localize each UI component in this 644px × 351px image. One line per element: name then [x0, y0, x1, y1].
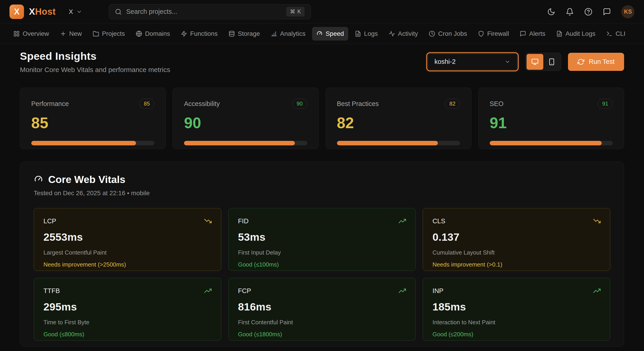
avatar[interactable]: KS [621, 5, 634, 18]
workspace-label: X [69, 8, 73, 16]
nav-label: Logs [364, 30, 378, 37]
metric-value: 53ms [238, 231, 406, 243]
nav-item-activity[interactable]: Activity [384, 27, 422, 41]
zap-icon [181, 31, 187, 37]
brand-name: XHost [29, 7, 56, 17]
logo-letter: X [14, 7, 20, 17]
nav-item-alerts[interactable]: Alerts [516, 27, 550, 41]
score-card-performance: Performance85 85 [20, 88, 166, 149]
metric-abbr: INP [432, 287, 443, 295]
bell-icon[interactable] [566, 8, 574, 16]
brand-prefix: X [29, 7, 35, 17]
nav-item-new[interactable]: New [56, 27, 86, 41]
nav-label: Projects [102, 30, 125, 37]
score-card-best-practices: Best Practices82 82 [326, 88, 471, 149]
nav-item-logs[interactable]: Logs [350, 27, 382, 41]
score-label: SEO [490, 100, 504, 108]
metric-card-fcp: FCP 816ms First Contentful Paint Good (≤… [228, 278, 416, 340]
metric-name: First Input Delay [238, 249, 406, 256]
moon-icon[interactable] [547, 8, 555, 16]
score-label: Best Practices [337, 100, 379, 108]
main-nav: Overview New Projects Domains Functions … [0, 24, 644, 44]
device-toggle [526, 53, 561, 71]
metric-status: Needs improvement (>0.1) [432, 261, 600, 268]
nav-label: Speed [326, 30, 344, 37]
bar-chart-icon [271, 31, 277, 37]
nav-item-speed[interactable]: Speed [312, 27, 348, 41]
globe-icon [136, 31, 142, 37]
avatar-initials: KS [624, 8, 632, 15]
terminal-icon [606, 31, 612, 37]
score-label: Performance [31, 100, 69, 108]
metric-status: Good (≤800ms) [44, 331, 212, 338]
page-title: Speed Insights [20, 50, 170, 62]
nav-label: Firewall [487, 30, 509, 37]
nav-item-analytics[interactable]: Analytics [266, 27, 310, 41]
project-select[interactable]: koshi-2 [428, 54, 517, 70]
trending-up-icon [399, 287, 406, 294]
core-web-vitals-panel: Core Web Vitals Tested on Dec 26, 2025 a… [20, 162, 624, 347]
top-actions: KS [547, 5, 634, 18]
file-text-icon [355, 31, 361, 37]
nav-item-cron-jobs[interactable]: Cron Jobs [424, 27, 471, 41]
metric-value: 295ms [44, 300, 212, 313]
metric-card-lcp: LCP 2553ms Largest Contentful Paint Need… [34, 208, 221, 271]
tested-line: Tested on Dec 26, 2025 at 22:16 • mobile [34, 190, 610, 197]
score-card-accessibility: Accessibility90 90 [173, 88, 318, 149]
metric-name: Time to First Byte [44, 319, 212, 326]
chevron-down-icon [76, 9, 82, 15]
nav-label: CLI [616, 30, 626, 37]
smartphone-icon [548, 58, 555, 66]
folder-icon [93, 31, 99, 37]
trending-up-icon [399, 217, 406, 225]
metric-abbr: FID [238, 217, 249, 225]
shortcut-key: K [297, 9, 301, 15]
grid-icon [13, 31, 20, 37]
nav-item-audit-logs[interactable]: Audit Logs [552, 27, 600, 41]
help-icon[interactable] [584, 8, 592, 16]
nav-item-domains[interactable]: Domains [132, 27, 174, 41]
search-input[interactable] [126, 8, 282, 16]
nav-item-projects[interactable]: Projects [88, 27, 129, 41]
nav-label: Functions [190, 30, 218, 37]
metric-card-fid: FID 53ms First Input Delay Good (≤100ms) [228, 208, 416, 271]
run-test-button[interactable]: Run Test [568, 53, 624, 71]
score-value: 82 [337, 115, 460, 130]
chat-icon[interactable] [603, 8, 611, 16]
nav-item-storage[interactable]: Storage [224, 27, 264, 41]
search-bar[interactable]: ⌘K [109, 4, 311, 19]
vitals-head: Core Web Vitals [34, 174, 610, 185]
top-bar: X XHost X ⌘K KS [0, 0, 644, 24]
nav-label: Alerts [529, 30, 545, 37]
nav-label: New [69, 30, 82, 37]
metric-name: Cumulative Layout Shift [432, 249, 600, 256]
message-icon [520, 31, 526, 37]
score-value: 90 [184, 115, 307, 130]
mobile-toggle-button[interactable] [543, 54, 560, 70]
vitals-title: Core Web Vitals [48, 174, 125, 185]
metric-name: Largest Contentful Paint [44, 249, 212, 256]
score-value: 85 [31, 115, 154, 130]
nav-item-overview[interactable]: Overview [9, 27, 54, 41]
refresh-icon [578, 59, 584, 65]
score-badge: 91 [598, 99, 613, 109]
desktop-toggle-button[interactable] [526, 54, 543, 70]
page-controls: koshi-2 Run Test [426, 52, 624, 71]
score-progress-track [184, 141, 307, 145]
score-value: 91 [490, 115, 613, 130]
score-progress-fill [490, 141, 602, 145]
score-badge: 85 [140, 99, 154, 109]
metric-grid: LCP 2553ms Largest Contentful Paint Need… [34, 208, 610, 340]
nav-item-firewall[interactable]: Firewall [474, 27, 513, 41]
nav-label: Activity [398, 30, 418, 37]
project-select-ring: koshi-2 [426, 52, 519, 71]
workspace-selector[interactable]: X [69, 8, 82, 16]
score-progress-track [31, 141, 154, 145]
nav-label: Overview [23, 30, 49, 37]
run-test-label: Run Test [589, 58, 614, 66]
nav-item-cli[interactable]: CLI [602, 27, 630, 41]
nav-item-functions[interactable]: Functions [176, 27, 222, 41]
nav-label: Storage [238, 30, 260, 37]
metric-card-cls: CLS 0.137 Cumulative Layout Shift Needs … [423, 208, 610, 271]
app-logo[interactable]: X [10, 5, 24, 19]
